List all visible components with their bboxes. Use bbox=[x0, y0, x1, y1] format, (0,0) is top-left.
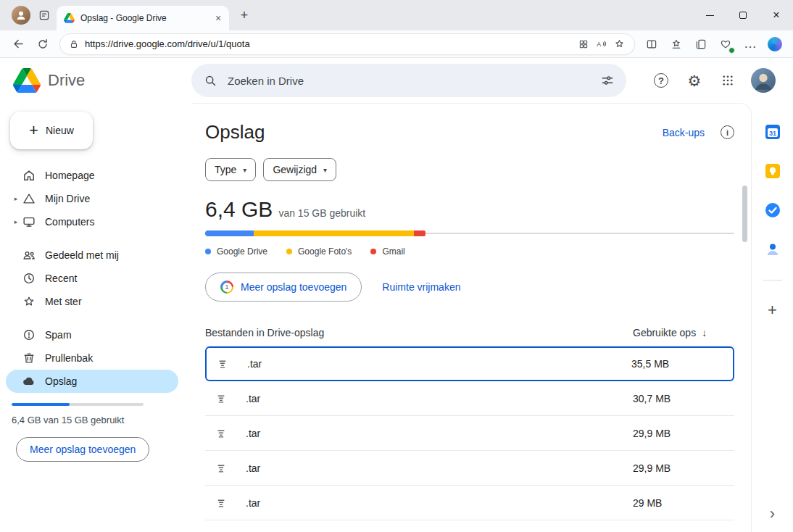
free-up-space-button[interactable]: Ruimte vrijmaken bbox=[382, 281, 460, 293]
browser-essentials-icon[interactable] bbox=[715, 33, 736, 55]
close-button[interactable]: × bbox=[760, 0, 793, 30]
expand-icon[interactable]: ▸ bbox=[10, 218, 22, 225]
more-menu-icon[interactable]: … bbox=[739, 33, 761, 55]
legend-dot-photos bbox=[286, 249, 292, 254]
sidebar-item-starred[interactable]: Met ster bbox=[6, 290, 178, 313]
refresh-button[interactable] bbox=[32, 33, 54, 55]
buy-storage-button[interactable]: 1 Meer opslag toevoegen bbox=[205, 273, 362, 302]
trash-icon bbox=[22, 351, 36, 365]
browser-titlebar: Opslag - Google Drive × + × bbox=[0, 0, 793, 30]
sidebar-item-homepage[interactable]: Homepage bbox=[6, 164, 178, 187]
browser-window: Opslag - Google Drive × + × https://driv… bbox=[0, 0, 793, 532]
maximize-button[interactable] bbox=[726, 0, 760, 30]
split-screen-icon[interactable] bbox=[641, 33, 663, 55]
settings-button[interactable]: ⚙ bbox=[680, 66, 709, 95]
browser-toolbar: https://drive.google.com/drive/u/1/quota… bbox=[0, 30, 793, 58]
sidebar-buy-storage-button[interactable]: Meer opslag toevoegen bbox=[16, 437, 149, 462]
sidebar-item-spam[interactable]: Spam bbox=[6, 323, 178, 346]
size-column-header[interactable]: Gebruikte ops ↓ bbox=[633, 327, 734, 338]
new-tab-button[interactable]: + bbox=[235, 6, 254, 25]
scrollbar-thumb[interactable] bbox=[742, 186, 747, 242]
file-name: .tar bbox=[237, 497, 633, 509]
my-drive-icon bbox=[22, 191, 36, 206]
storage-segment-free bbox=[425, 233, 734, 234]
drive-page: Drive ? ⚙ bbox=[0, 58, 793, 532]
sidebar-item-label: Met ster bbox=[45, 296, 82, 307]
archive-icon bbox=[205, 427, 237, 440]
new-button-label: Nieuw bbox=[46, 125, 74, 136]
page-title: Opslag bbox=[205, 121, 265, 144]
keep-icon[interactable] bbox=[764, 162, 781, 180]
tasks-icon[interactable] bbox=[764, 201, 781, 219]
sidebar-item-shared-with-me[interactable]: Gedeeld met mij bbox=[6, 244, 178, 267]
read-aloud-icon[interactable]: A bbox=[595, 38, 607, 50]
site-info-lock-icon[interactable] bbox=[69, 39, 79, 49]
calendar-icon[interactable]: 31 bbox=[764, 123, 781, 141]
favorites-bar-icon[interactable] bbox=[665, 33, 687, 55]
account-avatar[interactable] bbox=[751, 68, 776, 93]
search-icon[interactable] bbox=[203, 73, 217, 88]
filter-modified-chip[interactable]: Gewijzigd ▾ bbox=[263, 158, 336, 181]
legend-label: Gmail bbox=[382, 246, 404, 257]
table-row[interactable]: .tar 29,9 MB bbox=[205, 451, 734, 486]
sidebar-item-storage[interactable]: Opslag bbox=[6, 370, 178, 393]
sidebar-item-my-drive[interactable]: ▸ Mijn Drive bbox=[6, 187, 178, 210]
contacts-icon[interactable] bbox=[764, 241, 781, 258]
hide-panel-chevron-icon[interactable]: › bbox=[770, 506, 775, 522]
browser-tab[interactable]: Opslag - Google Drive × bbox=[57, 6, 229, 30]
sidebar-item-label: Spam bbox=[45, 329, 72, 341]
new-button[interactable]: + Nieuw bbox=[10, 112, 93, 149]
star-icon bbox=[22, 294, 36, 309]
backups-link[interactable]: Back-ups bbox=[663, 127, 705, 138]
archive-icon bbox=[205, 392, 237, 405]
table-row[interactable]: .tar 35,5 MB bbox=[205, 346, 734, 381]
storage-segment-drive bbox=[205, 230, 254, 236]
table-row[interactable]: .tar 30,7 MB bbox=[205, 381, 734, 416]
apps-grid-icon[interactable] bbox=[578, 38, 589, 50]
url-text[interactable]: https://drive.google.com/drive/u/1/quota bbox=[85, 38, 572, 49]
table-row[interactable]: .tar 29 MB bbox=[205, 486, 734, 520]
side-panel-divider bbox=[763, 280, 782, 280]
buy-storage-label: Meer opslag toevoegen bbox=[241, 281, 346, 293]
file-name: .tar bbox=[237, 462, 633, 474]
favorite-star-icon[interactable] bbox=[613, 38, 626, 50]
storage-usage-bar bbox=[205, 230, 734, 236]
sidebar-item-trash[interactable]: Prullenbak bbox=[6, 346, 178, 370]
filter-type-chip[interactable]: Type ▾ bbox=[205, 158, 256, 181]
legend-label: Google Foto's bbox=[298, 246, 352, 257]
minimize-button[interactable] bbox=[693, 0, 726, 30]
search-input[interactable] bbox=[226, 74, 591, 88]
question-icon: ? bbox=[658, 75, 664, 86]
browser-profile-avatar[interactable] bbox=[12, 6, 30, 25]
cloud-icon bbox=[22, 374, 36, 388]
table-row[interactable]: .tar 29,9 MB bbox=[205, 416, 734, 451]
copilot-icon[interactable] bbox=[764, 33, 786, 55]
drive-favicon bbox=[64, 13, 75, 23]
expand-icon[interactable]: ▸ bbox=[10, 195, 22, 202]
back-button[interactable] bbox=[7, 33, 29, 55]
files-column-header[interactable]: Bestanden in Drive-opslag bbox=[205, 327, 633, 338]
legend-dot-drive bbox=[205, 249, 211, 254]
computer-icon bbox=[22, 215, 36, 229]
help-button[interactable]: ? bbox=[647, 66, 676, 95]
info-icon[interactable]: i bbox=[721, 125, 734, 139]
add-addon-icon[interactable]: + bbox=[768, 302, 777, 318]
sidebar-item-label: Mijn Drive bbox=[45, 193, 90, 204]
collections-icon[interactable] bbox=[690, 33, 712, 55]
drive-logo[interactable] bbox=[13, 68, 41, 93]
search-bar[interactable] bbox=[191, 64, 626, 97]
sidebar-item-computers[interactable]: ▸ Computers bbox=[6, 210, 178, 233]
tab-close-icon[interactable]: × bbox=[212, 12, 225, 25]
chevron-down-icon: ▾ bbox=[243, 166, 246, 174]
file-name: .tar bbox=[237, 428, 633, 439]
search-options-icon[interactable] bbox=[600, 73, 615, 88]
tab-actions-icon[interactable] bbox=[38, 9, 51, 22]
file-size: 29,9 MB bbox=[633, 462, 734, 474]
google-apps-button[interactable] bbox=[713, 66, 742, 95]
sidebar-storage-meter bbox=[12, 403, 144, 406]
sidebar-storage-caption: 6,4 GB van 15 GB gebruikt bbox=[12, 415, 191, 425]
sidebar-item-recent[interactable]: Recent bbox=[6, 267, 178, 290]
address-bar[interactable]: https://drive.google.com/drive/u/1/quota… bbox=[59, 33, 635, 55]
sidebar-item-label: Prullenbak bbox=[45, 352, 93, 364]
file-size: 30,7 MB bbox=[633, 393, 734, 404]
